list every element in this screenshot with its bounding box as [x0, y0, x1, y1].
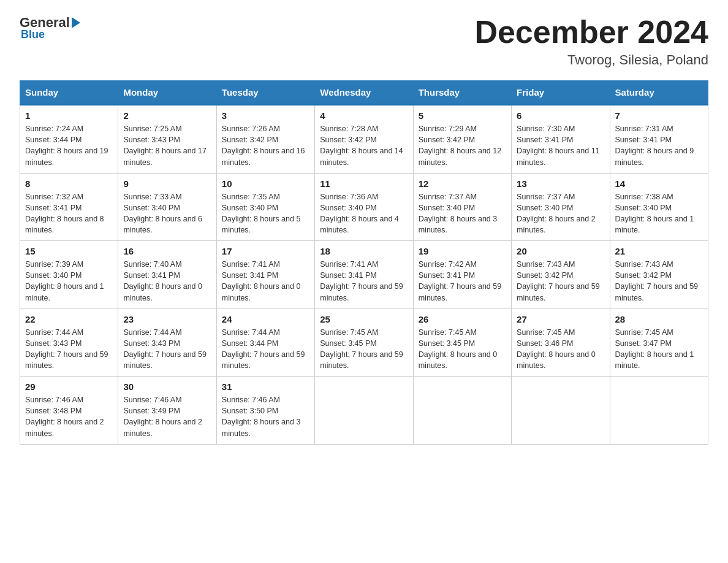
calendar-cell: 30 Sunrise: 7:46 AMSunset: 3:49 PMDaylig…: [118, 377, 216, 445]
calendar-cell: 7 Sunrise: 7:31 AMSunset: 3:41 PMDayligh…: [610, 105, 708, 174]
logo-blue-text: Blue: [21, 28, 45, 41]
calendar-cell: 6 Sunrise: 7:30 AMSunset: 3:41 PMDayligh…: [512, 105, 610, 174]
day-info: Sunrise: 7:32 AMSunset: 3:41 PMDaylight:…: [25, 193, 104, 234]
calendar-cell: 4 Sunrise: 7:28 AMSunset: 3:42 PMDayligh…: [315, 105, 413, 174]
calendar-cell: 28 Sunrise: 7:45 AMSunset: 3:47 PMDaylig…: [610, 308, 708, 377]
calendar-cell: 26 Sunrise: 7:45 AMSunset: 3:45 PMDaylig…: [413, 308, 511, 377]
day-info: Sunrise: 7:46 AMSunset: 3:50 PMDaylight:…: [222, 396, 301, 437]
header-day-sunday: Sunday: [20, 81, 118, 105]
day-info: Sunrise: 7:29 AMSunset: 3:42 PMDaylight:…: [419, 124, 502, 166]
day-info: Sunrise: 7:43 AMSunset: 3:42 PMDaylight:…: [517, 260, 600, 302]
day-number: 4: [320, 110, 408, 121]
day-info: Sunrise: 7:30 AMSunset: 3:41 PMDaylight:…: [517, 124, 600, 166]
header-row: SundayMondayTuesdayWednesdayThursdayFrid…: [20, 81, 708, 105]
header-day-tuesday: Tuesday: [216, 81, 314, 105]
day-info: Sunrise: 7:36 AMSunset: 3:40 PMDaylight:…: [320, 193, 399, 234]
header-day-friday: Friday: [512, 81, 610, 105]
logo-arrow-icon: [72, 17, 80, 28]
day-number: 26: [419, 314, 506, 324]
calendar-cell: 15 Sunrise: 7:39 AMSunset: 3:40 PMDaylig…: [20, 241, 118, 309]
day-number: 21: [615, 246, 703, 256]
week-row-2: 8 Sunrise: 7:32 AMSunset: 3:41 PMDayligh…: [20, 173, 708, 241]
calendar-cell: 12 Sunrise: 7:37 AMSunset: 3:40 PMDaylig…: [413, 173, 511, 241]
day-info: Sunrise: 7:44 AMSunset: 3:44 PMDaylight:…: [222, 328, 305, 370]
calendar-cell: 20 Sunrise: 7:43 AMSunset: 3:42 PMDaylig…: [512, 241, 610, 309]
day-number: 7: [615, 110, 703, 121]
week-row-5: 29 Sunrise: 7:46 AMSunset: 3:48 PMDaylig…: [20, 377, 708, 445]
calendar-cell: 31 Sunrise: 7:46 AMSunset: 3:50 PMDaylig…: [216, 377, 314, 445]
day-number: 31: [222, 381, 309, 392]
day-number: 12: [419, 178, 506, 189]
day-info: Sunrise: 7:45 AMSunset: 3:45 PMDaylight:…: [419, 328, 498, 370]
day-info: Sunrise: 7:31 AMSunset: 3:41 PMDaylight:…: [615, 124, 694, 166]
day-info: Sunrise: 7:40 AMSunset: 3:41 PMDaylight:…: [123, 260, 202, 302]
day-number: 25: [320, 314, 408, 324]
page-header: General Blue December 2024 Tworog, Siles…: [20, 15, 708, 68]
calendar-cell: 21 Sunrise: 7:43 AMSunset: 3:42 PMDaylig…: [610, 241, 708, 309]
day-number: 24: [222, 314, 309, 324]
day-info: Sunrise: 7:26 AMSunset: 3:42 PMDaylight:…: [222, 124, 305, 166]
location-title: Tworog, Silesia, Poland: [474, 52, 708, 68]
day-number: 28: [615, 314, 703, 324]
calendar-cell: [413, 377, 511, 445]
calendar-cell: 27 Sunrise: 7:45 AMSunset: 3:46 PMDaylig…: [512, 308, 610, 377]
day-number: 9: [123, 178, 211, 189]
day-info: Sunrise: 7:45 AMSunset: 3:46 PMDaylight:…: [517, 328, 596, 370]
day-info: Sunrise: 7:41 AMSunset: 3:41 PMDaylight:…: [222, 260, 301, 302]
header-day-monday: Monday: [118, 81, 216, 105]
day-number: 3: [222, 110, 309, 121]
day-info: Sunrise: 7:28 AMSunset: 3:42 PMDaylight:…: [320, 124, 403, 166]
calendar-header: SundayMondayTuesdayWednesdayThursdayFrid…: [20, 81, 708, 105]
calendar-table: SundayMondayTuesdayWednesdayThursdayFrid…: [20, 80, 708, 445]
header-day-wednesday: Wednesday: [315, 81, 413, 105]
calendar-cell: 25 Sunrise: 7:45 AMSunset: 3:45 PMDaylig…: [315, 308, 413, 377]
calendar-cell: 19 Sunrise: 7:42 AMSunset: 3:41 PMDaylig…: [413, 241, 511, 309]
calendar-cell: 3 Sunrise: 7:26 AMSunset: 3:42 PMDayligh…: [216, 105, 314, 174]
calendar-cell: 17 Sunrise: 7:41 AMSunset: 3:41 PMDaylig…: [216, 241, 314, 309]
day-info: Sunrise: 7:33 AMSunset: 3:40 PMDaylight:…: [123, 193, 202, 234]
day-info: Sunrise: 7:25 AMSunset: 3:43 PMDaylight:…: [123, 124, 207, 166]
day-number: 16: [123, 246, 211, 256]
calendar-cell: [315, 377, 413, 445]
day-number: 23: [123, 314, 211, 324]
calendar-cell: 13 Sunrise: 7:37 AMSunset: 3:40 PMDaylig…: [512, 173, 610, 241]
day-number: 18: [320, 246, 408, 256]
calendar-cell: [512, 377, 610, 445]
day-number: 30: [123, 381, 211, 392]
calendar-cell: 23 Sunrise: 7:44 AMSunset: 3:43 PMDaylig…: [118, 308, 216, 377]
day-number: 8: [25, 178, 113, 189]
day-number: 17: [222, 246, 309, 256]
day-number: 19: [419, 246, 506, 256]
calendar-cell: 18 Sunrise: 7:41 AMSunset: 3:41 PMDaylig…: [315, 241, 413, 309]
day-number: 29: [25, 381, 113, 392]
day-info: Sunrise: 7:43 AMSunset: 3:42 PMDaylight:…: [615, 260, 699, 302]
day-number: 2: [123, 110, 211, 121]
title-area: December 2024 Tworog, Silesia, Poland: [474, 15, 708, 68]
day-info: Sunrise: 7:46 AMSunset: 3:48 PMDaylight:…: [25, 396, 104, 437]
day-info: Sunrise: 7:38 AMSunset: 3:40 PMDaylight:…: [615, 193, 694, 234]
calendar-cell: [610, 377, 708, 445]
week-row-4: 22 Sunrise: 7:44 AMSunset: 3:43 PMDaylig…: [20, 308, 708, 377]
calendar-cell: 9 Sunrise: 7:33 AMSunset: 3:40 PMDayligh…: [118, 173, 216, 241]
day-number: 6: [517, 110, 604, 121]
day-info: Sunrise: 7:35 AMSunset: 3:40 PMDaylight:…: [222, 193, 301, 234]
logo: General Blue: [20, 15, 82, 41]
week-row-1: 1 Sunrise: 7:24 AMSunset: 3:44 PMDayligh…: [20, 105, 708, 174]
calendar-cell: 14 Sunrise: 7:38 AMSunset: 3:40 PMDaylig…: [610, 173, 708, 241]
month-title: December 2024: [474, 15, 708, 50]
calendar-cell: 22 Sunrise: 7:44 AMSunset: 3:43 PMDaylig…: [20, 308, 118, 377]
day-info: Sunrise: 7:39 AMSunset: 3:40 PMDaylight:…: [25, 260, 104, 302]
calendar-cell: 5 Sunrise: 7:29 AMSunset: 3:42 PMDayligh…: [413, 105, 511, 174]
calendar-cell: 10 Sunrise: 7:35 AMSunset: 3:40 PMDaylig…: [216, 173, 314, 241]
day-number: 11: [320, 178, 408, 189]
day-info: Sunrise: 7:45 AMSunset: 3:47 PMDaylight:…: [615, 328, 694, 370]
day-number: 10: [222, 178, 309, 189]
header-day-thursday: Thursday: [413, 81, 511, 105]
day-info: Sunrise: 7:45 AMSunset: 3:45 PMDaylight:…: [320, 328, 403, 370]
header-day-saturday: Saturday: [610, 81, 708, 105]
day-info: Sunrise: 7:41 AMSunset: 3:41 PMDaylight:…: [320, 260, 403, 302]
day-number: 22: [25, 314, 113, 324]
calendar-cell: 24 Sunrise: 7:44 AMSunset: 3:44 PMDaylig…: [216, 308, 314, 377]
calendar-body: 1 Sunrise: 7:24 AMSunset: 3:44 PMDayligh…: [20, 105, 708, 445]
day-number: 13: [517, 178, 604, 189]
